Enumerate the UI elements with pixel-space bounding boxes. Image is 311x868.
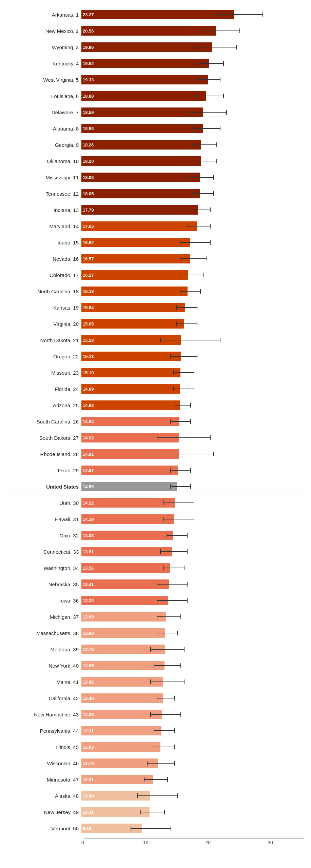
bar-area: 14.19 [81, 511, 304, 527]
error-cap-right [200, 289, 201, 294]
chart-container: Arkansas, 123.27New Mexico, 220.56Wyomin… [0, 0, 311, 866]
bar-area: 15.65 [81, 316, 304, 332]
bar-row: Mississippi, 1118.08 [7, 170, 304, 185]
bar-value: 12.25 [81, 712, 94, 717]
error-cap-right [213, 452, 214, 456]
error-cap-right [174, 728, 175, 733]
error-line [164, 502, 194, 503]
bar-fill: 14.22 [81, 498, 175, 508]
error-line [174, 389, 194, 389]
error-bar [160, 549, 188, 554]
bar-row: Massachusetts, 3812.80 [7, 625, 304, 641]
error-bar [173, 370, 194, 375]
bar-value: 14.03 [81, 533, 94, 538]
error-line [175, 405, 190, 406]
error-line [194, 193, 213, 194]
bar-row: Alabama, 818.58 [7, 121, 304, 136]
bar-fill: 16.57 [81, 254, 190, 263]
error-line [180, 275, 203, 275]
bar-value: 12.65 [81, 663, 94, 668]
bar-value: 11.70 [81, 761, 94, 766]
bar-row: New Mexico, 220.56 [7, 23, 304, 39]
bar-label: Kentucky, 4 [7, 61, 81, 66]
bar-label: Wyoming, 3 [7, 44, 81, 50]
error-bar [163, 566, 184, 570]
bar-area: 17.65 [81, 218, 304, 234]
error-line [154, 665, 180, 666]
error-bar [170, 354, 197, 359]
bar-row: New Hampshire, 4312.25 [7, 707, 304, 722]
error-line [131, 828, 171, 829]
error-bar [160, 338, 220, 342]
bar-label: North Dakota, 21 [7, 337, 81, 343]
error-line [157, 437, 210, 438]
error-bar [157, 452, 214, 456]
bar-label: Michigan, 37 [7, 614, 81, 620]
bar-row: Minnesota, 4710.91 [7, 772, 304, 787]
error-line [180, 291, 200, 292]
bar-value: 16.18 [81, 289, 94, 294]
bar-row: Hawaii, 3114.19 [7, 511, 304, 527]
error-cap-right [210, 208, 211, 212]
bar-row: Idaho, 1516.62 [7, 235, 304, 250]
error-bar [154, 745, 175, 749]
error-line [171, 356, 197, 357]
bar-fill: 11.70 [81, 758, 158, 768]
bar-value: 12.79 [81, 647, 94, 652]
error-cap-right [171, 826, 171, 831]
error-bar [163, 517, 194, 521]
bar-row: Montana, 3912.79 [7, 642, 304, 657]
error-cap-right [177, 793, 178, 798]
bar-row: Wisconsin, 4611.70 [7, 755, 304, 771]
bar-area: 19.33 [81, 72, 304, 87]
x-label-10: 10 [143, 840, 149, 845]
bar-fill: 10.91 [81, 775, 153, 784]
bar-fill: 12.80 [81, 628, 165, 638]
bar-label: California, 42 [7, 695, 81, 701]
error-line [197, 47, 236, 47]
bar-label: Florida, 24 [7, 386, 81, 392]
error-line [154, 747, 174, 747]
bar-row: Maine, 4112.42 [7, 674, 304, 690]
bar-area: 18.59 [81, 104, 304, 120]
error-bar [170, 468, 191, 473]
error-bar [180, 273, 204, 277]
error-bar [163, 500, 194, 505]
bar-fill: 14.67 [81, 466, 178, 475]
error-bar [201, 28, 240, 33]
error-cap-right [190, 484, 191, 489]
error-bar [140, 810, 165, 814]
bar-area: 12.25 [81, 707, 304, 722]
bar-fill: 13.56 [81, 563, 170, 573]
bar-value: 18.26 [81, 142, 94, 147]
bar-row: Oregon, 2215.13 [7, 349, 304, 364]
bar-label: Iowa, 36 [7, 598, 81, 604]
bar-area: 11.70 [81, 755, 304, 771]
bar-row: Wyoming, 319.96 [7, 39, 304, 55]
bar-label: Rhode Island, 28 [7, 451, 81, 457]
bar-value: 18.05 [81, 191, 94, 196]
error-bar [175, 403, 191, 408]
bar-row: Maryland, 1417.65 [7, 218, 304, 234]
bar-fill: 12.89 [81, 612, 166, 622]
error-cap-right [203, 273, 204, 277]
error-cap-right [263, 12, 263, 17]
error-cap-right [180, 712, 181, 717]
error-bar [167, 533, 188, 538]
bar-label: Montana, 39 [7, 647, 81, 652]
error-line [177, 307, 197, 308]
error-cap-right [220, 77, 220, 82]
bar-row: Kentucky, 419.52 [7, 56, 304, 71]
error-cap-right [190, 419, 191, 424]
bar-fill: 16.62 [81, 238, 190, 247]
bar-area: 20.56 [81, 23, 304, 39]
bar-row: Rhode Island, 2814.91 [7, 446, 304, 462]
bar-row: Arkansas, 123.27 [7, 7, 304, 22]
bar-row: Michigan, 3712.89 [7, 609, 304, 625]
error-line [192, 210, 210, 210]
bar-row: Arizona, 2514.98 [7, 397, 304, 413]
bar-value: 12.42 [81, 679, 94, 685]
bar-row: South Dakota, 2714.92 [7, 430, 304, 446]
bar-value: 14.91 [81, 452, 94, 457]
error-cap-right [167, 777, 168, 782]
